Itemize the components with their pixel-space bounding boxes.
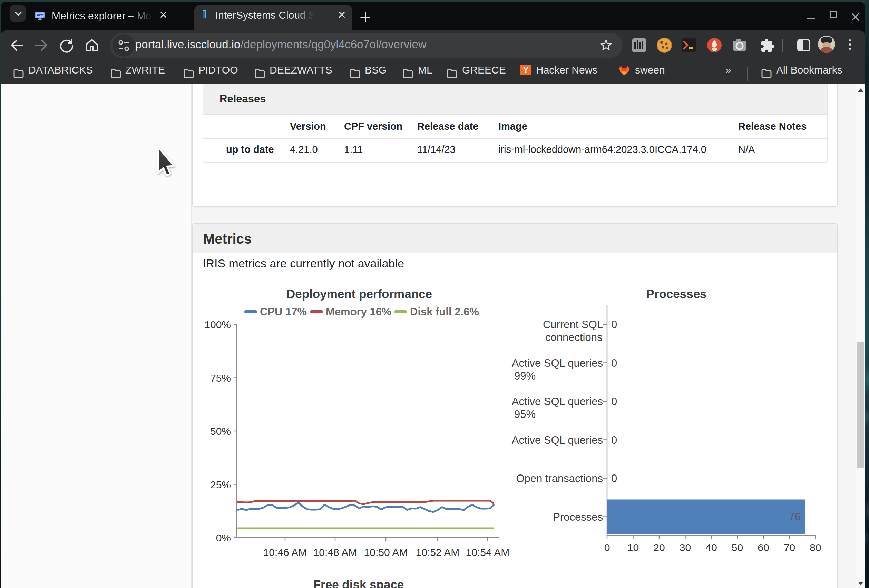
svg-text:10:52 AM: 10:52 AM [416, 547, 460, 558]
svg-text:95%: 95% [514, 408, 535, 420]
svg-text:10:54 AM: 10:54 AM [466, 547, 510, 558]
svg-text:Processes: Processes [553, 511, 603, 523]
svg-text:Disk full 2.6%: Disk full 2.6% [410, 306, 479, 318]
svg-text:40: 40 [706, 542, 717, 553]
svg-text:10:48 AM: 10:48 AM [313, 547, 357, 558]
svg-text:Active SQL queries: Active SQL queries [512, 357, 603, 369]
svg-text:10:46 AM: 10:46 AM [263, 547, 307, 558]
svg-text:Deployment performance: Deployment performance [286, 287, 432, 301]
svg-text:0: 0 [604, 542, 610, 553]
svg-text:Current SQL: Current SQL [543, 318, 603, 330]
svg-text:10: 10 [627, 542, 639, 553]
svg-text:80: 80 [810, 542, 821, 553]
svg-text:0: 0 [611, 395, 617, 407]
svg-text:Active SQL queries: Active SQL queries [512, 434, 603, 446]
svg-text:75%: 75% [210, 372, 231, 384]
svg-text:Processes: Processes [646, 287, 706, 301]
svg-text:70: 70 [784, 542, 795, 553]
svg-text:0: 0 [611, 472, 617, 484]
svg-text:Open transactions: Open transactions [516, 472, 603, 484]
svg-text:0: 0 [611, 357, 617, 369]
svg-text:Memory 16%: Memory 16% [326, 306, 391, 318]
svg-text:50: 50 [732, 542, 743, 553]
svg-text:99%: 99% [514, 370, 535, 382]
svg-text:10:50 AM: 10:50 AM [364, 547, 408, 558]
svg-text:0%: 0% [216, 532, 231, 544]
svg-text:20: 20 [653, 542, 665, 553]
svg-text:0: 0 [611, 434, 617, 446]
svg-text:Free disk space: Free disk space [313, 578, 404, 588]
svg-text:25%: 25% [210, 479, 231, 490]
svg-text:60: 60 [758, 542, 769, 553]
svg-text:connections: connections [545, 331, 602, 344]
svg-text:0: 0 [611, 318, 617, 330]
svg-text:100%: 100% [204, 319, 231, 330]
svg-text:Active SQL queries: Active SQL queries [512, 395, 603, 407]
svg-text:76: 76 [789, 511, 801, 523]
svg-text:CPU 17%: CPU 17% [260, 306, 307, 318]
svg-text:30: 30 [679, 542, 691, 553]
svg-text:50%: 50% [210, 425, 231, 437]
